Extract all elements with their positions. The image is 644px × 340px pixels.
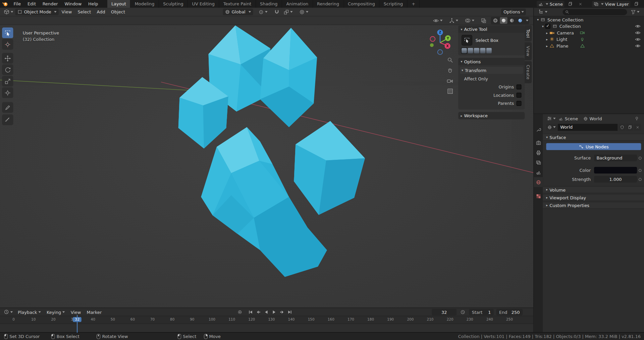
workspace-tab-rendering[interactable]: Rendering bbox=[313, 0, 344, 8]
select-mode-invert-button[interactable] bbox=[480, 48, 485, 53]
workspace-tab-sculpting[interactable]: Sculpting bbox=[159, 0, 188, 8]
shading-solid-button[interactable] bbox=[500, 17, 507, 24]
workspace-tab-compositing[interactable]: Compositing bbox=[344, 0, 380, 8]
outliner-row-light[interactable]: ▸ Light bbox=[534, 36, 644, 43]
tab-tool-properties[interactable] bbox=[534, 125, 543, 134]
play-button[interactable] bbox=[270, 309, 278, 315]
viewport-display-panel-header[interactable]: ▸ Viewport Display bbox=[543, 194, 644, 201]
show-overlays-dropdown[interactable] bbox=[463, 17, 477, 24]
menu-render[interactable]: Render bbox=[39, 0, 61, 8]
jump-to-prev-keyframe-button[interactable] bbox=[255, 309, 262, 315]
workspace-panel-header[interactable]: ▸ Workspace bbox=[458, 112, 525, 119]
pivot-point-dropdown[interactable] bbox=[256, 8, 269, 15]
zoom-view-button[interactable] bbox=[445, 55, 454, 64]
select-mode-subtract-button[interactable] bbox=[474, 48, 479, 53]
object-visibility-dropdown[interactable] bbox=[431, 17, 445, 23]
menu-marker[interactable]: Marker bbox=[84, 310, 105, 315]
jump-to-start-button[interactable] bbox=[247, 309, 254, 315]
new-scene-button[interactable] bbox=[566, 1, 575, 7]
unlink-world-button[interactable] bbox=[634, 124, 641, 131]
proportional-editing-dropdown[interactable] bbox=[297, 8, 310, 15]
tool-select-box[interactable] bbox=[2, 27, 13, 38]
color-swatch[interactable] bbox=[594, 167, 637, 174]
shading-wireframe-button[interactable] bbox=[492, 17, 499, 24]
pan-view-button[interactable] bbox=[445, 66, 454, 75]
menu-edit[interactable]: Edit bbox=[24, 0, 39, 8]
select-mode-intersect-button[interactable] bbox=[486, 48, 492, 53]
workspace-tab-uv-editing[interactable]: UV Editing bbox=[188, 0, 219, 8]
menu-timeline-view[interactable]: View bbox=[68, 310, 84, 315]
origins-checkbox[interactable] bbox=[517, 84, 522, 89]
hide-light-eye-icon[interactable] bbox=[635, 37, 641, 41]
parents-checkbox[interactable] bbox=[517, 101, 522, 106]
shading-material-button[interactable] bbox=[508, 17, 516, 24]
tool-move[interactable] bbox=[2, 53, 13, 64]
tool-annotate[interactable] bbox=[2, 102, 13, 113]
outliner-editor-type-button[interactable] bbox=[536, 8, 549, 15]
outliner-row-scene-collection[interactable]: ▾ Scene Collection bbox=[534, 16, 644, 23]
options-dropdown[interactable]: Options bbox=[501, 9, 526, 15]
tab-output-properties[interactable] bbox=[534, 148, 543, 157]
toggle-ortho-button[interactable] bbox=[445, 86, 454, 95]
outliner-search-input[interactable] bbox=[571, 10, 625, 14]
axis-y-neg-handle[interactable] bbox=[430, 43, 434, 47]
select-mode-extend-button[interactable] bbox=[468, 48, 473, 53]
outliner-row-plane[interactable]: ▸ Plane bbox=[534, 43, 644, 49]
scene-selector[interactable]: Scene bbox=[537, 1, 565, 7]
snap-target-dropdown[interactable] bbox=[281, 8, 294, 15]
tab-scene-properties[interactable] bbox=[534, 167, 543, 177]
browse-world-button[interactable] bbox=[546, 124, 557, 131]
blender-menu-button[interactable] bbox=[0, 0, 10, 8]
properties-editor-type-button[interactable] bbox=[546, 116, 556, 121]
current-frame-field[interactable]: 32 bbox=[432, 309, 457, 315]
end-frame-field[interactable]: End 250 bbox=[496, 309, 523, 315]
jump-to-next-keyframe-button[interactable] bbox=[278, 309, 286, 315]
locations-checkbox[interactable] bbox=[517, 93, 522, 98]
show-gizmo-dropdown[interactable] bbox=[447, 17, 460, 24]
workspace-tab-animation[interactable]: Animation bbox=[282, 0, 313, 8]
transform-subpanel-header[interactable]: ▾ Transform bbox=[460, 67, 523, 74]
jump-to-end-button[interactable] bbox=[286, 309, 293, 315]
tab-create[interactable]: Create bbox=[525, 61, 532, 83]
axis-z-neg-handle[interactable] bbox=[438, 50, 443, 55]
view-navigation-gizmo[interactable]: Z Y X bbox=[428, 27, 453, 57]
timeline-editor-type-button[interactable] bbox=[2, 309, 15, 316]
workspace-tab-texture-paint[interactable]: Texture Paint bbox=[219, 0, 256, 8]
outliner-row-collection[interactable]: ▾ Collection bbox=[534, 23, 644, 30]
shading-rendered-button[interactable] bbox=[517, 17, 524, 24]
volume-panel-header[interactable]: ▸ Volume bbox=[543, 186, 644, 193]
custom-properties-panel-header[interactable]: ▸ Custom Properties bbox=[543, 202, 644, 209]
strength-field[interactable]: 1.000 bbox=[594, 176, 637, 183]
tool-measure[interactable] bbox=[2, 115, 13, 125]
outliner-search[interactable] bbox=[563, 9, 627, 15]
tab-render-properties[interactable] bbox=[534, 138, 543, 147]
surface-shader-dropdown[interactable]: Background bbox=[594, 155, 637, 161]
collection-checkbox[interactable] bbox=[545, 24, 550, 29]
tab-texture-properties[interactable] bbox=[534, 191, 543, 201]
timeline-track[interactable] bbox=[0, 324, 533, 333]
menu-add[interactable]: Add bbox=[94, 9, 108, 14]
start-frame-field[interactable]: Start 1 bbox=[469, 309, 494, 315]
surface-panel-header[interactable]: ▾ Surface bbox=[543, 134, 644, 141]
snap-toggle[interactable] bbox=[272, 8, 281, 15]
tab-view[interactable]: View bbox=[525, 43, 532, 61]
tab-view-layer-properties[interactable] bbox=[534, 157, 543, 167]
new-view-layer-button[interactable] bbox=[632, 1, 641, 7]
menu-keying[interactable]: Keying bbox=[44, 310, 68, 315]
active-tool-button[interactable] bbox=[462, 35, 472, 46]
outliner-filter-button[interactable] bbox=[629, 9, 641, 15]
options-panel-header[interactable]: ▾ Options bbox=[458, 58, 525, 65]
menu-view[interactable]: View bbox=[59, 9, 75, 14]
select-mode-set-button[interactable] bbox=[462, 48, 467, 53]
use-nodes-button[interactable]: Use Nodes bbox=[546, 143, 641, 150]
viewport-canvas[interactable]: User Perspective (32) Collection bbox=[0, 25, 533, 308]
use-preview-range-toggle[interactable] bbox=[459, 309, 467, 315]
hide-camera-eye-icon[interactable] bbox=[635, 31, 641, 35]
editor-type-button[interactable] bbox=[2, 8, 15, 15]
add-workspace-button[interactable]: + bbox=[408, 0, 420, 8]
tool-cursor[interactable] bbox=[2, 39, 13, 50]
mode-dropdown[interactable]: Object Mode bbox=[15, 9, 59, 15]
auto-keying-toggle[interactable] bbox=[236, 309, 244, 315]
hide-plane-eye-icon[interactable] bbox=[635, 44, 641, 48]
delete-scene-button[interactable] bbox=[577, 1, 585, 7]
